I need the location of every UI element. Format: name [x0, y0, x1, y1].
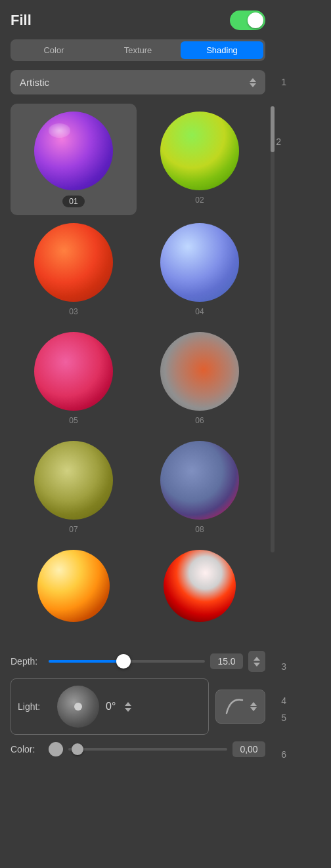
light-disc[interactable]	[57, 686, 99, 728]
shading-item-01[interactable]: 01	[11, 104, 137, 215]
side-label-2: 2	[276, 136, 281, 147]
depth-value[interactable]: 15.0	[210, 653, 243, 669]
color-value[interactable]: 0,00	[232, 741, 265, 757]
shading-item-03[interactable]: 03	[11, 215, 137, 324]
arrow-up-icon[interactable]	[250, 78, 256, 82]
shading-item-04[interactable]: 04	[137, 215, 263, 324]
curve-button[interactable]	[215, 690, 265, 724]
dropdown-stepper[interactable]	[250, 78, 256, 87]
depth-down-icon[interactable]	[254, 663, 260, 667]
depth-slider-thumb[interactable]	[116, 654, 131, 669]
color-slider-thumb[interactable]	[72, 743, 83, 755]
toggle-knob	[248, 12, 263, 28]
color-label: Color:	[11, 744, 43, 754]
fill-toggle[interactable]	[230, 10, 265, 30]
light-control-box: Light: 0°	[11, 678, 209, 735]
side-label-4: 4	[281, 695, 286, 706]
shading-item-07[interactable]: 07	[11, 433, 137, 542]
color-control: Color: 0,00 6	[11, 741, 265, 757]
light-dot[interactable]	[74, 703, 82, 711]
shading-item-09[interactable]	[11, 542, 137, 635]
sphere-label-04: 04	[195, 307, 204, 316]
sphere-08	[160, 441, 239, 520]
panel-header: Fill	[11, 10, 265, 30]
shading-item-02[interactable]: 02 2	[137, 104, 263, 215]
depth-slider-fill	[49, 660, 123, 663]
shading-type-dropdown[interactable]: Artistic	[11, 70, 265, 94]
shading-grid: 01 02 2 03 04	[11, 104, 263, 635]
curve-stepper[interactable]	[250, 702, 257, 711]
angle-up-icon[interactable]	[125, 702, 131, 706]
depth-label: Depth:	[11, 656, 43, 667]
sphere-05	[34, 332, 113, 411]
side-label-5: 5	[281, 713, 286, 723]
shading-item-08[interactable]: 08	[137, 433, 263, 542]
sphere-10	[164, 550, 236, 622]
curve-up-icon[interactable]	[250, 702, 257, 706]
side-label-6: 6	[281, 749, 286, 760]
tab-texture[interactable]: Texture	[97, 41, 179, 59]
sphere-06	[160, 332, 239, 411]
sphere-07	[34, 441, 113, 520]
tab-bar: Color Texture Shading	[11, 39, 265, 61]
sphere-01	[34, 112, 113, 190]
curve-icon	[224, 695, 248, 718]
sphere-label-07: 07	[69, 525, 77, 534]
light-angle-stepper[interactable]	[125, 702, 131, 712]
sphere-label-02: 02	[195, 196, 204, 205]
depth-stepper[interactable]	[248, 651, 265, 672]
sphere-09	[37, 550, 110, 622]
dropdown-label: Artistic	[20, 77, 49, 88]
sphere-label-01: 01	[62, 196, 84, 207]
light-label: Light:	[18, 701, 51, 712]
sphere-04	[160, 223, 239, 302]
shading-item-06[interactable]: 06	[137, 324, 263, 433]
sphere-label-06: 06	[195, 416, 204, 425]
depth-up-icon[interactable]	[254, 657, 260, 661]
shading-item-10[interactable]	[137, 542, 263, 635]
light-angle-value: 0°	[106, 701, 116, 713]
depth-slider-track[interactable]	[49, 660, 205, 663]
panel-title: Fill	[11, 12, 32, 29]
tab-shading[interactable]: Shading	[181, 41, 263, 59]
tab-color[interactable]: Color	[12, 41, 95, 59]
shading-item-05[interactable]: 05	[11, 324, 137, 433]
side-label-3: 3	[281, 661, 286, 672]
color-swatch[interactable]	[49, 742, 63, 756]
sphere-03	[34, 223, 113, 302]
sphere-02	[160, 112, 239, 190]
sphere-label-03: 03	[69, 307, 77, 316]
curve-down-icon[interactable]	[250, 707, 257, 711]
color-slider-track[interactable]	[68, 748, 227, 751]
depth-control: Depth: 15.0 3	[11, 651, 265, 672]
side-label-1: 1	[281, 77, 286, 87]
sphere-label-08: 08	[195, 525, 204, 534]
arrow-down-icon[interactable]	[250, 83, 256, 87]
sphere-label-05: 05	[69, 416, 77, 425]
angle-down-icon[interactable]	[125, 708, 131, 712]
